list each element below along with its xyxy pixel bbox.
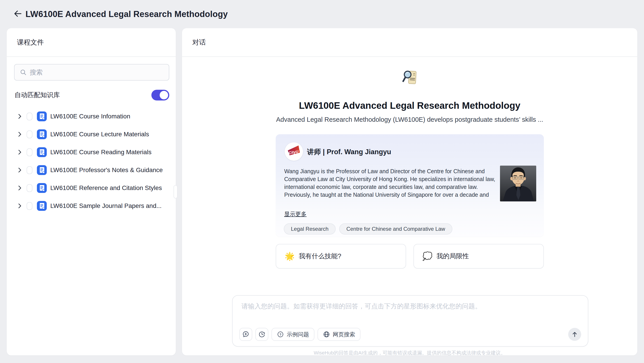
professor-photo (500, 166, 536, 201)
thought-balloon-emoji-icon: 💭 (422, 252, 432, 261)
new-chat-button[interactable] (239, 328, 252, 341)
course-title: LW6100E Advanced Legal Research Methodol… (182, 100, 637, 111)
chat-header: 对话 (182, 28, 637, 57)
example-questions-button[interactable]: ? 示例问题 (272, 328, 314, 341)
chevron-right-icon[interactable] (18, 149, 22, 155)
chat-bubble-plus-icon (242, 331, 249, 338)
course-files-title: 课程文件 (17, 38, 44, 47)
document-icon (37, 111, 47, 121)
file-row[interactable]: LW6100E Course Infomation (7, 107, 176, 125)
file-checkbox[interactable] (26, 166, 32, 174)
file-checkbox[interactable] (26, 148, 32, 156)
suggestion-label: 我有什么技能? (299, 252, 341, 261)
arrow-up-icon (571, 331, 578, 338)
question-input[interactable] (242, 302, 577, 322)
web-search-button[interactable]: 网页搜索 (318, 328, 360, 341)
chevron-right-icon[interactable] (18, 167, 22, 173)
app-root: LW6100E Advanced Legal Research Methodol… (0, 0, 644, 363)
file-row[interactable]: LW6100E Course Lecture Materials (7, 125, 176, 143)
document-icon (37, 165, 47, 175)
chevron-right-icon[interactable] (18, 131, 22, 137)
tag-chip[interactable]: Centre for Chinese and Comparative Law (339, 223, 452, 235)
course-files-header: 课程文件 (7, 28, 176, 57)
search-input[interactable] (30, 69, 155, 76)
clock-history-icon (258, 331, 266, 338)
professor-card: CityU 讲师 | Prof. Wang Jiangyu Wang Jiang… (276, 134, 544, 237)
suggestion-label: 我的局限性 (436, 252, 469, 261)
professor-name: 讲师 | Prof. Wang Jiangyu (307, 147, 391, 157)
top-bar: LW6100E Advanced Legal Research Methodol… (0, 0, 644, 28)
file-label: LW6100E Professor's Notes & Guidance (50, 167, 163, 174)
svg-text:?: ? (280, 333, 282, 336)
file-label: LW6100E Course Lecture Materials (50, 131, 149, 138)
suggestion-row: 🌟 我有什么技能? 💭 我的局限性 (276, 244, 544, 268)
chevron-right-icon[interactable] (18, 185, 22, 191)
tag-chip[interactable]: Legal Research (284, 223, 336, 235)
history-button[interactable] (255, 328, 268, 341)
page-title: LW6100E Advanced Legal Research Methodol… (26, 10, 228, 19)
file-row[interactable]: LW6100E Sample Journal Papers and... (7, 197, 176, 215)
course-files-panel: 课程文件 自动匹配知识库 LW6100E Course Infomation L… (7, 28, 176, 355)
badge-question-icon: ? (277, 331, 284, 338)
chat-title: 对话 (192, 38, 206, 47)
auto-match-row: 自动匹配知识库 (14, 88, 169, 102)
chat-panel: 对话 LW6100E Advanced Legal Research Metho… (182, 28, 637, 355)
file-checkbox[interactable] (26, 202, 32, 210)
back-button[interactable] (12, 9, 23, 20)
suggestion-skills-button[interactable]: 🌟 我有什么技能? (276, 244, 406, 268)
document-icon (37, 201, 47, 211)
document-icon (37, 129, 47, 139)
chevron-right-icon[interactable] (18, 114, 22, 119)
professor-bio: Wang Jiangyu is the Professor of Law and… (284, 167, 496, 199)
course-subtitle: Advanced Legal Research Methodology (LW6… (182, 116, 637, 123)
document-icon (37, 147, 47, 157)
file-label: LW6100E Course Reading Materials (50, 149, 152, 156)
file-row[interactable]: LW6100E Course Reading Materials (7, 143, 176, 161)
file-list: LW6100E Course Infomation LW6100E Course… (7, 107, 176, 215)
magnifier-document-icon (401, 69, 418, 87)
document-icon (37, 183, 47, 193)
cityu-logo-avatar: CityU (285, 142, 303, 161)
file-label: LW6100E Course Infomation (50, 113, 130, 120)
show-more-link[interactable]: 显示更多 (284, 210, 306, 218)
message-composer: ? 示例问题 网页搜索 (232, 295, 588, 347)
arrow-left-icon (13, 9, 23, 20)
file-checkbox[interactable] (26, 131, 32, 138)
toggle-knob (160, 91, 168, 99)
send-button[interactable] (568, 328, 581, 341)
search-box (14, 64, 169, 81)
file-row[interactable]: LW6100E Reference and Citation Styles (7, 179, 176, 197)
hero-section: LW6100E Advanced Legal Research Methodol… (182, 69, 637, 123)
search-icon (20, 69, 26, 76)
suggestion-limits-button[interactable]: 💭 我的局限性 (414, 244, 544, 268)
ai-disclaimer: WiseHub的回答是由AI生成的，可能有错误或遗漏。提供的信息不构成法律或专业… (182, 349, 637, 356)
web-search-label: 网页搜索 (333, 331, 355, 338)
file-label: LW6100E Sample Journal Papers and... (50, 202, 162, 209)
file-checkbox[interactable] (26, 113, 32, 120)
composer-toolbar: ? 示例问题 网页搜索 (239, 328, 360, 341)
professor-tags: Legal Research Centre for Chinese and Co… (284, 223, 452, 235)
star-emoji-icon: 🌟 (285, 252, 295, 261)
chevron-right-icon[interactable] (18, 203, 22, 209)
globe-icon (323, 331, 330, 338)
file-row[interactable]: LW6100E Professor's Notes & Guidance (7, 161, 176, 179)
auto-match-label: 自动匹配知识库 (14, 91, 60, 100)
file-checkbox[interactable] (26, 184, 32, 192)
file-label: LW6100E Reference and Citation Styles (50, 184, 162, 192)
auto-match-toggle[interactable] (152, 90, 169, 101)
sidebar-scrollbar-thumb[interactable] (174, 185, 178, 198)
example-questions-label: 示例问题 (287, 331, 309, 338)
